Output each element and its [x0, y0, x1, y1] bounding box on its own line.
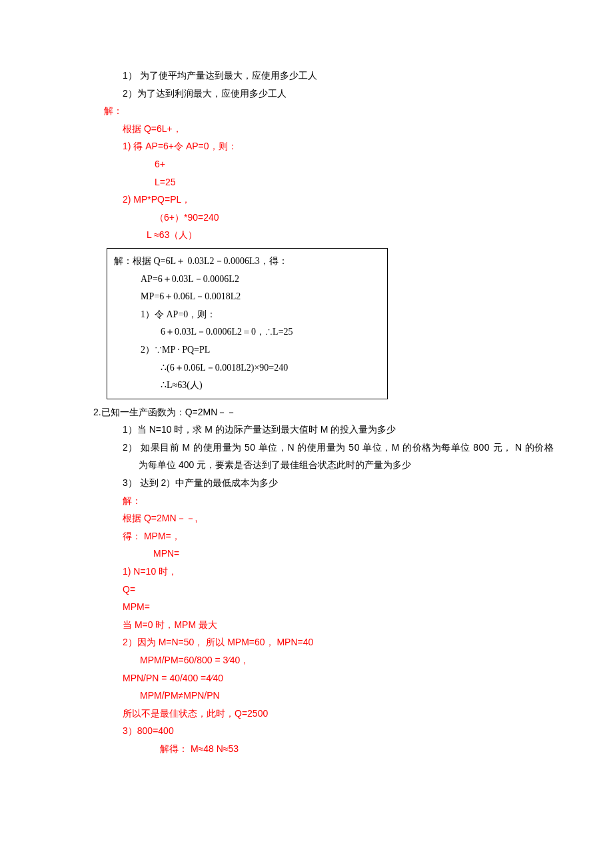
solution2-label: 解：	[123, 492, 566, 510]
sol2-line7: 当 M=0 时，MPM 最大	[123, 616, 566, 634]
sol2-line1: 根据 Q=2MN－－,	[123, 509, 566, 527]
problem2-q3: 3） 达到 2）中产量的最低成本为多少	[123, 474, 566, 492]
sol1-line2: 1) 得 AP=6+令 AP=0，则：	[123, 137, 566, 155]
problem1-q1: 1） 为了使平均产量达到最大，应使用多少工人	[123, 67, 566, 85]
sol2-line10: MPN/PN = 40/400 =4⁄40	[123, 669, 566, 687]
sol2-line9: MPM/PM=60/800 = 3⁄40，	[140, 651, 566, 669]
sol2-line13: 3）800=400	[123, 722, 566, 740]
box-line4: 1）令 AP=0，则：	[141, 306, 380, 324]
box-line5: 6＋0.03L－0.0006L2＝0，∴L=25	[161, 323, 380, 341]
sol2-line11: MPM/PM≠MPN/PN	[140, 687, 566, 705]
sol2-line5: Q=	[123, 581, 566, 599]
problem2-q1: 1）当 N=10 时，求 M 的边际产量达到最大值时 M 的投入量为多少	[123, 421, 566, 439]
box-line1: 解：根据 Q=6L＋ 0.03L2－0.0006L3，得：	[114, 253, 380, 271]
sol1-line5: 2) MP*PQ=PL，	[123, 191, 566, 209]
solution-label: 解：	[104, 102, 566, 120]
sol2-line4: 1) N=10 时，	[123, 563, 566, 581]
problem1-q2: 2）为了达到利润最大，应使用多少工人	[123, 85, 566, 103]
sol1-line7: L ≈63（人）	[147, 226, 566, 244]
sol1-line3: 6+	[155, 155, 566, 173]
box-line3: MP=6＋0.06L－0.0018L2	[141, 288, 380, 306]
sol1-line4: L=25	[155, 173, 566, 191]
sol2-line8: 2）因为 M=N=50， 所以 MPM=60， MPN=40	[123, 633, 566, 651]
box-line2: AP=6＋0.03L－0.0006L2	[141, 271, 380, 289]
sol2-line14: 解得： M≈48 N≈53	[160, 740, 566, 758]
document-page: 1） 为了使平均产量达到最大，应使用多少工人 2）为了达到利润最大，应使用多少工…	[0, 0, 613, 868]
sol2-line12: 所以不是最佳状态，此时，Q=2500	[123, 705, 566, 723]
sol2-line2: 得： MPM=，	[123, 527, 566, 545]
sol2-line6: MPM=	[123, 598, 566, 616]
boxed-solution: 解：根据 Q=6L＋ 0.03L2－0.0006L3，得： AP=6＋0.03L…	[107, 248, 388, 399]
sol2-line3: MPN=	[153, 545, 566, 563]
box-line6: 2）∵MP · PQ=PL	[141, 341, 380, 359]
sol1-line1: 根据 Q=6L+，	[123, 120, 566, 138]
box-line8: ∴L≈63(人)	[161, 377, 380, 395]
box-line7: ∴(6＋0.06L－0.0018L2)×90=240	[161, 359, 380, 377]
problem2-q2b: 为每单位 400 元，要素是否达到了最佳组合状态此时的产量为多少	[139, 456, 566, 474]
sol1-line6: （6+）*90=240	[155, 209, 566, 227]
problem2-q2a: 2） 如果目前 M 的使用量为 50 单位，N 的使用量为 50 单位，M 的价…	[123, 439, 566, 457]
problem2-head: 2.已知一生产函数为：Q=2MN－－	[93, 403, 566, 421]
